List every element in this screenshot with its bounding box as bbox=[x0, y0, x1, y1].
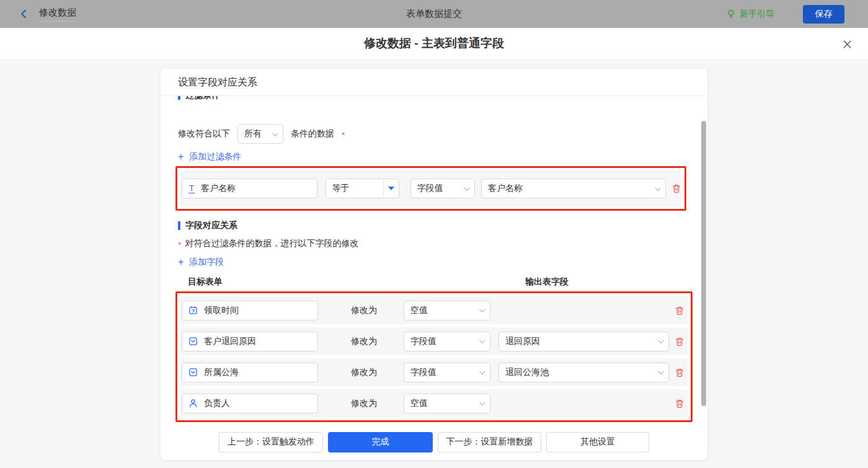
mapping-row: 领取时间 修改为 空值 bbox=[180, 296, 688, 324]
section-bar bbox=[178, 221, 180, 230]
filter-highlight-box: T 客户名称 等于 字段值 客户名称 bbox=[175, 166, 686, 211]
trash-icon[interactable] bbox=[671, 183, 681, 193]
other-settings-button[interactable]: 其他设置 bbox=[546, 432, 649, 453]
match-prefix-label: 修改符合以下 bbox=[178, 128, 230, 139]
mapping-description: * 对符合过滤条件的数据，进行以下字段的修改 bbox=[178, 238, 707, 249]
mapping-row: 负责人 修改为 空值 bbox=[180, 389, 688, 417]
modify-label: 修改为 bbox=[351, 305, 377, 316]
guide-button[interactable]: 新手引导 bbox=[726, 9, 774, 20]
add-field-link[interactable]: + 添加字段 bbox=[178, 257, 224, 268]
value-select[interactable]: 客户名称 bbox=[481, 179, 666, 198]
modify-label: 修改为 bbox=[351, 367, 377, 378]
save-button[interactable]: 保存 bbox=[803, 5, 844, 24]
mapping-highlight-box: 领取时间 修改为 空值 bbox=[175, 291, 693, 422]
topbar: 修改数据 表单数据提交 新手引导 保存 bbox=[0, 0, 868, 28]
target-field-input[interactable]: 负责人 bbox=[182, 394, 318, 413]
mapping-section-title: 字段对应关系 bbox=[178, 219, 707, 232]
card-footer: 上一步：设置触发动作 完成 下一步：设置新增数据 其他设置 bbox=[161, 424, 707, 460]
scrollbar-thumb[interactable] bbox=[701, 121, 706, 406]
mapping-row: 所属公海 修改为 字段值 退回公海池 bbox=[180, 358, 688, 386]
target-field-input[interactable]: 领取时间 bbox=[182, 301, 318, 320]
scroll-area: 过滤条件 修改符合以下 所有 条件的数据 * + 添加过滤条件 bbox=[161, 96, 707, 424]
settings-card: 设置字段对应关系 过滤条件 修改符合以下 所有 条件的数据 * + 添加过滤条 bbox=[161, 69, 707, 460]
modify-label: 修改为 bbox=[351, 398, 377, 409]
back-chevron-icon bbox=[19, 9, 29, 19]
mapping-row: 客户退回原因 修改为 字段值 退回原因 bbox=[180, 327, 688, 355]
chevron-down-icon bbox=[272, 130, 278, 136]
back-label[interactable]: 修改数据 bbox=[39, 7, 76, 22]
card-title: 设置字段对应关系 bbox=[161, 69, 707, 96]
chevron-down-icon bbox=[479, 399, 485, 405]
target-field-input[interactable]: 客户退回原因 bbox=[182, 332, 318, 351]
target-form-column-header: 目标表单 bbox=[188, 276, 223, 288]
target-field-input[interactable]: 所属公海 bbox=[182, 363, 318, 382]
plus-icon: + bbox=[178, 257, 184, 268]
dialog-body: 设置字段对应关系 过滤条件 修改符合以下 所有 条件的数据 * + 添加过滤条 bbox=[0, 59, 868, 468]
modify-type-select[interactable]: 字段值 bbox=[404, 363, 490, 382]
lightbulb-icon bbox=[726, 9, 736, 19]
operator-select[interactable]: 等于 bbox=[326, 179, 399, 198]
trash-icon[interactable] bbox=[675, 337, 684, 347]
match-suffix-label: 条件的数据 bbox=[291, 128, 334, 139]
chevron-down-icon bbox=[658, 337, 664, 343]
modify-type-select[interactable]: 空值 bbox=[404, 394, 490, 413]
chevron-down-icon bbox=[479, 306, 485, 312]
next-step-button[interactable]: 下一步：设置新增数据 bbox=[438, 432, 541, 453]
dialog-header: 修改数据 - 主表到普通字段 bbox=[0, 28, 868, 59]
output-field-column-header: 输出表字段 bbox=[525, 276, 569, 288]
required-mark: * bbox=[342, 130, 345, 140]
done-button[interactable]: 完成 bbox=[328, 432, 433, 453]
chevron-down-icon bbox=[655, 185, 661, 191]
required-mark: * bbox=[178, 240, 181, 250]
dropdown-field-icon bbox=[188, 368, 198, 377]
calendar-icon bbox=[188, 306, 198, 315]
modify-label: 修改为 bbox=[351, 336, 377, 347]
modify-type-select[interactable]: 空值 bbox=[404, 301, 490, 320]
user-icon bbox=[188, 399, 198, 408]
modify-type-select[interactable]: 字段值 bbox=[404, 332, 490, 351]
dialog-title: 修改数据 - 主表到普通字段 bbox=[364, 35, 504, 51]
match-condition-row: 修改符合以下 所有 条件的数据 * bbox=[178, 124, 707, 144]
text-field-icon: T bbox=[188, 184, 195, 193]
chevron-down-icon bbox=[479, 337, 485, 343]
plus-icon: + bbox=[178, 151, 184, 162]
trash-icon[interactable] bbox=[675, 306, 684, 316]
output-field-select[interactable]: 退回原因 bbox=[498, 332, 669, 351]
dropdown-field-icon bbox=[188, 337, 198, 346]
chevron-down-icon bbox=[464, 185, 470, 191]
triangle-down-icon bbox=[383, 179, 399, 198]
column-headers: 目标表单 输出表字段 bbox=[178, 276, 707, 288]
prev-step-button[interactable]: 上一步：设置触发动作 bbox=[219, 432, 323, 453]
match-mode-select[interactable]: 所有 bbox=[237, 124, 283, 144]
value-type-select[interactable]: 字段值 bbox=[410, 179, 475, 198]
section-bar bbox=[178, 96, 180, 100]
filter-condition-row: T 客户名称 等于 字段值 客户名称 bbox=[180, 170, 681, 206]
chevron-down-icon bbox=[658, 368, 664, 374]
filter-field-input[interactable]: T 客户名称 bbox=[182, 179, 317, 198]
chevron-down-icon bbox=[479, 368, 485, 374]
output-field-select[interactable]: 退回公海池 bbox=[498, 363, 669, 382]
back-button[interactable]: 修改数据 bbox=[19, 7, 76, 22]
trash-icon[interactable] bbox=[675, 399, 684, 408]
trash-icon[interactable] bbox=[675, 368, 684, 377]
filter-section-title: 过滤条件 bbox=[178, 96, 707, 102]
add-filter-link[interactable]: + 添加过滤条件 bbox=[178, 151, 241, 162]
guide-label: 新手引导 bbox=[740, 9, 774, 20]
close-icon[interactable] bbox=[841, 38, 853, 50]
